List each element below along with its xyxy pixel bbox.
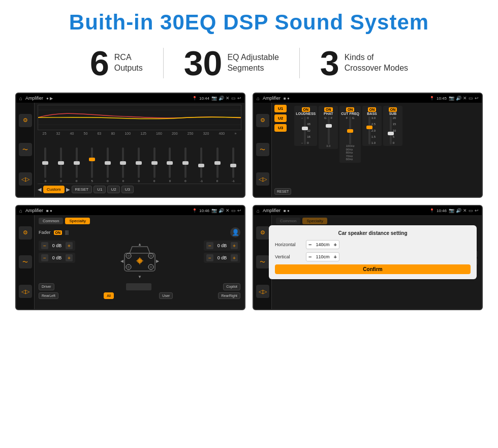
fader-tab-specialty[interactable]: Specialty bbox=[65, 218, 89, 224]
eq-custom-btn[interactable]: Custom bbox=[43, 186, 65, 193]
xo-back-icon[interactable]: ↩ bbox=[475, 96, 479, 101]
xo-window-icon[interactable]: ▭ bbox=[469, 96, 473, 101]
xo-reset-btn[interactable]: RESET bbox=[274, 188, 291, 195]
fader-left-controls: − 0 dB + − 0 dB + bbox=[39, 241, 75, 263]
eq-sidebar-btn-3[interactable]: ◁▷ bbox=[19, 172, 32, 186]
eq-freq-labels: 25 32 40 50 63 80 100 125 160 200 250 32… bbox=[38, 132, 241, 135]
fader-rearright-btn[interactable]: RearRight bbox=[218, 292, 240, 299]
dist-window-icon[interactable]: ▭ bbox=[469, 208, 473, 213]
modal-vertical-plus[interactable]: + bbox=[333, 254, 336, 260]
xo-loudness-on[interactable]: ON bbox=[302, 107, 310, 112]
xo-close-icon[interactable]: ✕ bbox=[463, 96, 467, 101]
fader-user-btn[interactable]: User bbox=[159, 292, 173, 299]
fader-tab-common[interactable]: Common bbox=[39, 218, 63, 224]
fader-db-minus-4[interactable]: − bbox=[206, 254, 213, 261]
modal-vertical-minus[interactable]: − bbox=[308, 254, 312, 260]
xo-phat-slider[interactable] bbox=[328, 116, 330, 144]
eq-sidebar-btn-1[interactable]: ⚙ bbox=[19, 114, 32, 127]
eq-bottom-bar: ◀ Custom ▶ RESET U1 U2 U3 bbox=[38, 184, 241, 195]
xo-bass-slider[interactable] bbox=[368, 116, 370, 144]
xo-phat-on[interactable]: ON bbox=[324, 107, 333, 112]
xo-cutfreq: ON CUT FREQ F bbox=[339, 106, 361, 163]
fader-db-plus-3[interactable]: + bbox=[231, 242, 238, 249]
eq-close-icon[interactable]: ✕ bbox=[226, 96, 230, 101]
fader-settings-icon[interactable]: 👤 bbox=[230, 227, 240, 237]
fader-copilot-btn[interactable]: Copilot bbox=[223, 283, 240, 290]
fader-app-name: Amplifier bbox=[25, 208, 43, 213]
fader-camera-icon: 📷 bbox=[211, 208, 217, 213]
eq-u3-btn[interactable]: U3 bbox=[121, 186, 134, 193]
dist-tab-specialty: Specialty bbox=[302, 218, 327, 224]
fader-db-minus-3[interactable]: − bbox=[206, 242, 213, 249]
eq-prev-arrow[interactable]: ◀ bbox=[38, 187, 42, 192]
xo-preset-u1[interactable]: U1 bbox=[274, 105, 287, 112]
fader-main: Common Specialty Fader ON ||| 👤 − 0 bbox=[35, 215, 244, 309]
eq-reset-btn[interactable]: RESET bbox=[72, 186, 92, 193]
fader-db-plus-1[interactable]: + bbox=[66, 242, 73, 249]
eq-sidebar: ⚙ 〜 ◁▷ bbox=[16, 103, 35, 197]
dist-back-icon[interactable]: ↩ bbox=[475, 208, 479, 213]
eq-main: 25 32 40 50 63 80 100 125 160 200 250 32… bbox=[35, 103, 244, 197]
fader-sidebar-btn-1[interactable]: ⚙ bbox=[19, 226, 32, 240]
xo-sub-slider[interactable] bbox=[390, 116, 392, 144]
fader-all-btn[interactable]: All bbox=[104, 292, 114, 299]
fader-db-plus-4[interactable]: + bbox=[231, 254, 238, 261]
dist-sidebar-btn-2[interactable]: 〜 bbox=[256, 255, 269, 268]
fader-screen-body: ⚙ 〜 ◁▷ Common Specialty Fader ON ||| 👤 bbox=[16, 215, 244, 309]
xo-loudness: ON LOUDNESS ~ ~ bbox=[294, 106, 317, 146]
distance-screen-card: ⌂ Amplifier ■ ● 📍 10:46 📷 🔊 ✕ ▭ ↩ bbox=[253, 205, 483, 310]
fader-home-icon[interactable]: ⌂ bbox=[19, 208, 22, 214]
fader-db-value-2: 0 dB bbox=[50, 255, 64, 260]
eq-next-arrow[interactable]: ▶ bbox=[66, 187, 70, 192]
fader-driver-btn[interactable]: Driver bbox=[39, 283, 54, 290]
fader-db-control-4: − 0 dB + bbox=[204, 253, 240, 263]
fader-on-badge[interactable]: ON bbox=[54, 230, 63, 235]
fader-status-icons: 📷 🔊 ✕ ▭ ↩ bbox=[211, 208, 241, 213]
modal-horizontal-minus[interactable]: − bbox=[308, 242, 312, 248]
fader-window-icon[interactable]: ▭ bbox=[231, 208, 236, 213]
fader-db-minus-2[interactable]: − bbox=[41, 254, 48, 261]
page-title: Buith-in 30EQ DSP Sound System bbox=[15, 10, 483, 35]
xo-preset-u3[interactable]: U3 bbox=[274, 124, 287, 132]
eq-back-icon[interactable]: ↩ bbox=[237, 96, 241, 101]
fader-db-plus-2[interactable]: + bbox=[66, 254, 73, 261]
xo-home-icon[interactable]: ⌂ bbox=[257, 96, 260, 101]
dist-close-icon[interactable]: ✕ bbox=[463, 208, 467, 213]
fader-close-icon[interactable]: ✕ bbox=[226, 208, 230, 213]
xo-sidebar-btn-2[interactable]: 〜 bbox=[256, 143, 269, 156]
eq-home-icon[interactable]: ⌂ bbox=[19, 96, 22, 101]
xo-presets: U1 U2 U3 RESET bbox=[274, 105, 291, 195]
eq-time-area: 📍 10:44 📷 🔊 ✕ ▭ ↩ bbox=[192, 96, 241, 101]
fader-car-mini bbox=[126, 283, 151, 290]
dist-statusbar: ⌂ Amplifier ■ ● 📍 10:46 📷 🔊 ✕ ▭ ↩ bbox=[254, 206, 482, 215]
eq-sidebar-btn-2[interactable]: 〜 bbox=[19, 143, 32, 156]
fader-rearleft-btn[interactable]: RearLeft bbox=[39, 292, 58, 299]
xo-sidebar-btn-3[interactable]: ◁▷ bbox=[256, 172, 269, 186]
xo-cutfreq-slider[interactable] bbox=[349, 116, 351, 144]
fader-db-minus-1[interactable]: − bbox=[41, 242, 48, 249]
eq-window-icon[interactable]: ▭ bbox=[231, 96, 236, 101]
fader-back-icon[interactable]: ↩ bbox=[237, 208, 241, 213]
fader-sidebar-btn-3[interactable]: ◁▷ bbox=[19, 285, 32, 298]
eq-u1-btn[interactable]: U1 bbox=[94, 186, 106, 193]
fader-sidebar-btn-2[interactable]: 〜 bbox=[19, 255, 32, 268]
svg-point-9 bbox=[128, 266, 130, 268]
xo-sub-on[interactable]: ON bbox=[389, 107, 397, 112]
eq-u2-btn[interactable]: U2 bbox=[107, 186, 119, 193]
dist-home-icon[interactable]: ⌂ bbox=[257, 208, 260, 214]
xo-loudness-slider[interactable] bbox=[304, 116, 306, 144]
fader-bottom-btns: Driver Copilot bbox=[39, 283, 240, 290]
confirm-button[interactable]: Confirm bbox=[275, 264, 471, 274]
stat-desc-crossover-1: Kinds of bbox=[345, 52, 408, 63]
xo-time-area: 📍 10:45 📷 🔊 ✕ ▭ ↩ bbox=[429, 96, 479, 101]
xo-bass-on[interactable]: ON bbox=[368, 107, 377, 112]
dist-sidebar-btn-3[interactable]: ◁▷ bbox=[256, 285, 269, 298]
dist-sidebar-btn-1[interactable]: ⚙ bbox=[256, 226, 269, 240]
xo-preset-u2[interactable]: U2 bbox=[274, 114, 287, 122]
fader-label: Fader bbox=[39, 230, 51, 235]
fader-db-value-4: 0 dB bbox=[215, 255, 229, 260]
xo-cutfreq-on[interactable]: ON bbox=[346, 107, 355, 112]
stat-crossover: 3 Kinds of Crossover Modes bbox=[300, 46, 428, 80]
modal-horizontal-plus[interactable]: + bbox=[333, 242, 336, 248]
xo-sidebar-btn-1[interactable]: ⚙ bbox=[256, 114, 269, 127]
